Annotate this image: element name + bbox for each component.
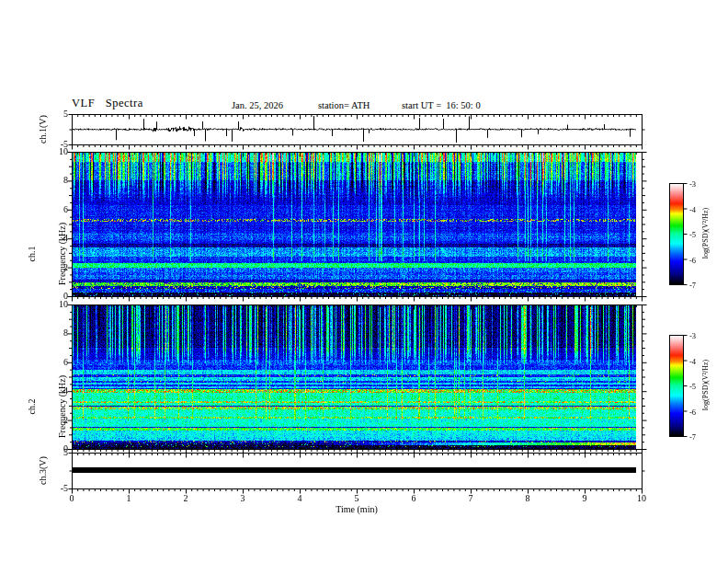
colorbar-1-tick-label: -6 xyxy=(689,255,708,266)
spec1-ytick-label: 10 xyxy=(42,146,68,157)
spec2-axis-title-line1: ch.2 xyxy=(27,335,37,479)
spec2-ytick-label: 0 xyxy=(42,443,68,454)
spec1-ytick-label: 4 xyxy=(42,233,68,244)
spec2-ytick-label: 8 xyxy=(42,327,68,339)
xtick-label: 9 xyxy=(571,493,598,504)
xtick-label: 6 xyxy=(400,493,427,504)
spec2-ytick-label: 2 xyxy=(42,415,68,426)
xtick-label: 10 xyxy=(628,493,655,504)
colorbar-2-tick-label: -4 xyxy=(689,356,708,367)
xtick-label: 8 xyxy=(514,493,541,504)
xtick-label: 0 xyxy=(58,493,85,504)
xtick-label: 5 xyxy=(343,493,370,504)
vlf-spectra-figure: VLF Spectra Jan. 25, 2026 station= ATH s… xyxy=(0,0,728,563)
xtick-label: 4 xyxy=(286,493,313,504)
colorbar-1-tick-label: -7 xyxy=(689,280,708,291)
spec2-ytick-label: 4 xyxy=(42,385,68,396)
spec2-ytick-label: 6 xyxy=(42,357,68,368)
colorbar-2-tick-label: -3 xyxy=(689,330,708,341)
spec1-axis-title-line1: ch.1 xyxy=(27,182,37,327)
colorbar-2-tick-label: -5 xyxy=(689,381,708,392)
colorbar-2-tick-label: -6 xyxy=(689,407,708,418)
xtick-label: 1 xyxy=(115,493,142,504)
axes-overlay-canvas xyxy=(0,0,728,563)
xtick-label: 2 xyxy=(172,493,199,504)
spec2-ytick-label: 10 xyxy=(42,299,68,310)
spec1-ytick-label: 8 xyxy=(42,175,68,186)
spec1-ytick-label: 6 xyxy=(42,204,68,215)
xtick-label: 7 xyxy=(457,493,484,504)
colorbar-2-tick-label: -7 xyxy=(689,431,708,442)
xaxis-title: Time (min) xyxy=(320,504,393,515)
colorbar-1-tick-label: -5 xyxy=(689,229,708,240)
spec1-ytick-label: 2 xyxy=(42,262,68,273)
colorbar-1-tick-label: -3 xyxy=(689,178,708,190)
colorbar-1-tick-label: -4 xyxy=(689,204,708,215)
xtick-label: 3 xyxy=(229,493,256,504)
